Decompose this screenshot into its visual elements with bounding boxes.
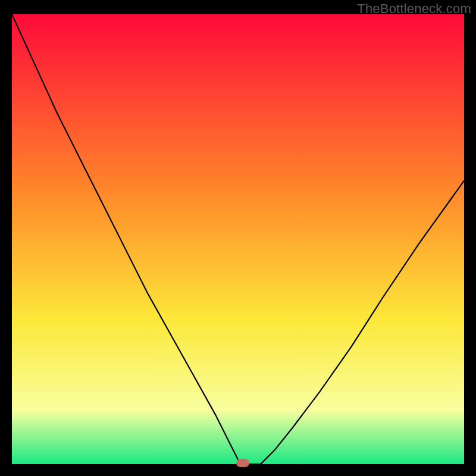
gradient-background	[12, 14, 464, 464]
watermark-text: TheBottleneck.com	[357, 1, 471, 17]
plot-area	[12, 14, 464, 464]
plot-svg	[12, 14, 464, 464]
chart-frame: TheBottleneck.com	[0, 0, 476, 476]
optimum-marker	[236, 459, 249, 467]
